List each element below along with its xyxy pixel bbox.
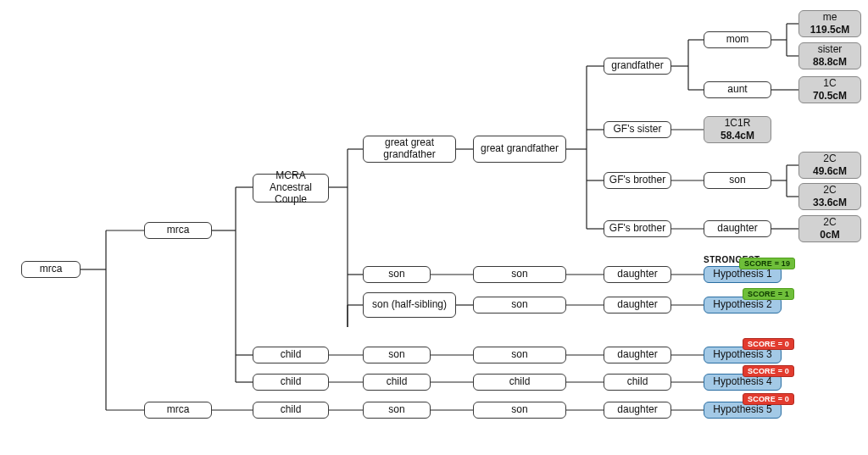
node-h2-sonhalf: son (half-sibling) (363, 292, 456, 318)
node-h2-son2: son (473, 297, 566, 314)
node-label: child (281, 349, 302, 361)
node-h5-son1: son (363, 402, 431, 419)
node-mcra-couple: MCRA Ancestral Couple (253, 174, 329, 203)
node-2c-33: 2C33.6cM (798, 183, 861, 210)
node-label: grandfather (611, 60, 663, 72)
relation-label: 1C1R (721, 118, 754, 130)
node-label: great great grandfather (367, 137, 452, 161)
node-h4-child2: child (363, 374, 431, 391)
node-sister: sister88.8cM (798, 42, 861, 69)
node-2c-49: 2C49.6cM (798, 152, 861, 179)
cm-value: 58.4cM (721, 130, 754, 142)
node-label: son (511, 269, 527, 280)
cm-value: 119.5cM (810, 25, 850, 36)
relation-label: 2C (813, 185, 847, 197)
node-label: daughter (617, 404, 657, 416)
node-gf-brother-a: GF's brother (604, 172, 671, 189)
node-grandfather: grandfather (604, 58, 671, 75)
node-gf-brother-b: GF's brother (604, 220, 671, 237)
node-label: son (388, 269, 404, 280)
node-label: mrca (40, 264, 63, 275)
node-h4-child3: child (473, 374, 566, 391)
node-g-grandfather: great grandfather (473, 136, 566, 163)
node-h3-daughter: daughter (604, 347, 671, 363)
badge-text: SCORE = 0 (748, 367, 789, 375)
node-h3-child: child (253, 347, 329, 363)
node-mrca-upper: mrca (144, 222, 212, 239)
badge-text: SCORE = 0 (748, 340, 789, 348)
node-label: GF's brother (609, 223, 665, 235)
badge-score-h4: SCORE = 0 (743, 365, 794, 377)
node-2c-0: 2C0cM (798, 215, 861, 242)
badge-text: SCORE = 19 (744, 259, 790, 268)
badge-score-h3: SCORE = 0 (743, 338, 794, 350)
node-mrca-lower: mrca (144, 402, 212, 419)
badge-text: SCORE = 0 (748, 395, 789, 403)
node-1c: 1C70.5cM (798, 76, 861, 103)
relation-label: me (810, 12, 850, 24)
cm-value: 70.5cM (813, 91, 847, 103)
node-h3-son1: son (363, 347, 431, 363)
relation-label: 2C (820, 217, 839, 229)
relation-label: 1C (813, 78, 847, 90)
node-label: Hypothesis 3 (713, 349, 771, 361)
node-h1-son2: son (473, 266, 566, 283)
node-label: son (511, 349, 527, 361)
node-h5-son2: son (473, 402, 566, 419)
node-label: Hypothesis 2 (713, 299, 771, 311)
node-label: son (511, 404, 527, 416)
node-aunt: aunt (704, 81, 771, 98)
node-h3-son2: son (473, 347, 566, 363)
node-1c1r: 1C1R58.4cM (704, 116, 771, 143)
node-gf-sister: GF's sister (604, 121, 671, 138)
node-me: me119.5cM (798, 10, 861, 37)
node-h5-daughter: daughter (604, 402, 671, 419)
node-label: child (627, 376, 648, 388)
node-label: son (511, 299, 527, 311)
node-label: Hypothesis 1 (713, 269, 771, 280)
node-label: child (387, 376, 408, 388)
node-label: aunt (727, 84, 747, 96)
node-label: daughter (617, 269, 657, 280)
node-label: mom (726, 34, 749, 46)
cm-value: 88.8cM (813, 57, 847, 69)
cm-value: 0cM (820, 230, 839, 241)
relation-label: 2C (813, 153, 847, 165)
badge-score-h5: SCORE = 0 (743, 393, 794, 405)
node-gf-brother-a-son: son (704, 172, 771, 189)
node-label: mrca (167, 404, 190, 416)
node-label: daughter (617, 299, 657, 311)
node-label: child (281, 376, 302, 388)
node-label: Hypothesis 4 (713, 376, 771, 388)
cm-value: 49.6cM (813, 166, 847, 178)
node-label: Hypothesis 5 (713, 404, 771, 416)
node-label: MCRA Ancestral Couple (257, 170, 325, 205)
node-h4-child1: child (253, 374, 329, 391)
node-h4-child4: child (604, 374, 671, 391)
node-label: son (half-sibling) (372, 299, 447, 311)
node-root-mrca: mrca (21, 261, 81, 278)
node-h1-son1: son (363, 266, 431, 283)
node-label: GF's sister (614, 124, 662, 136)
badge-score-h2: SCORE = 1 (743, 288, 794, 300)
genealogy-hypothesis-diagram: mrca mrca mrca MCRA Ancestral Couple gre… (0, 0, 868, 455)
badge-score-h1: SCORE = 19 (739, 258, 795, 269)
node-label: son (388, 349, 404, 361)
node-h5-child: child (253, 402, 329, 419)
badge-text: SCORE = 1 (748, 290, 789, 298)
node-h2-daughter: daughter (604, 297, 671, 314)
cm-value: 33.6cM (813, 197, 847, 209)
node-label: son (388, 404, 404, 416)
node-label: child (281, 404, 302, 416)
node-label: daughter (717, 223, 757, 235)
node-label: child (509, 376, 531, 388)
node-label: daughter (617, 349, 657, 361)
node-gf-brother-b-daughter: daughter (704, 220, 771, 237)
node-mom: mom (704, 31, 771, 48)
node-label: GF's brother (609, 175, 665, 186)
relation-label: sister (813, 44, 847, 56)
node-label: mrca (167, 225, 190, 236)
node-h1-daughter: daughter (604, 266, 671, 283)
node-label: son (729, 175, 745, 186)
node-label: great grandfather (481, 143, 559, 155)
